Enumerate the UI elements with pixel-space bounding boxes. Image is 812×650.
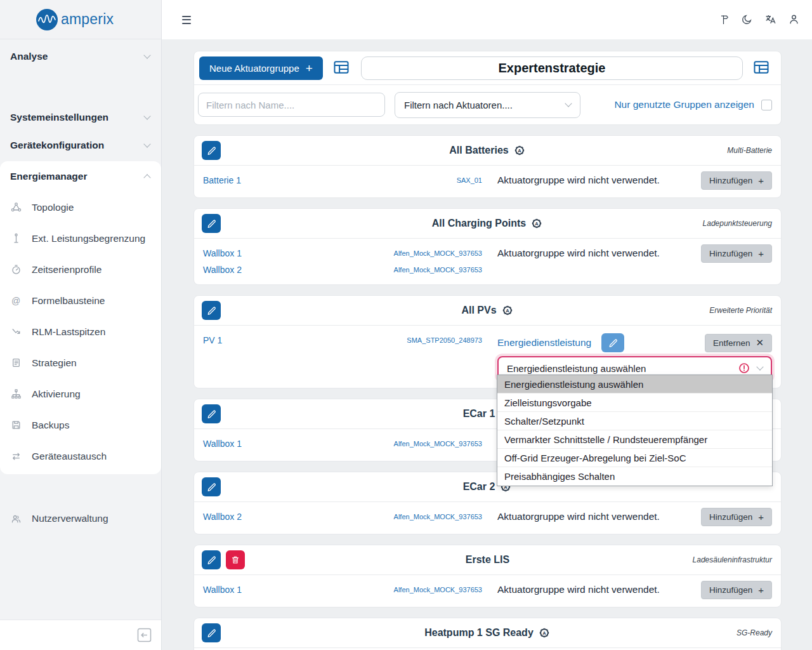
add-button[interactable]: Hinzufügen+ (701, 581, 772, 599)
edit-group-button[interactable] (202, 214, 221, 233)
sidebar-footer (0, 620, 161, 650)
group-type-label: Ladepunktsteuerung (703, 209, 772, 238)
sidebar-item-ext-leistungsbegrenzung[interactable]: Ext. Leistungsbegrenzung (0, 223, 161, 254)
edit-group-button[interactable] (202, 623, 221, 642)
actuator-names: Wallbox 1Wallbox 2 (203, 246, 311, 277)
actuator-link[interactable]: Wallbox 1 (203, 437, 311, 451)
timeseries-icon (10, 264, 22, 275)
sidebar-item-formelbausteine[interactable]: @Formelbausteine (0, 285, 161, 316)
plus-icon: + (758, 512, 764, 522)
remove-service-button[interactable]: Entfernen✕ (705, 334, 772, 352)
add-button[interactable]: Hinzufügen+ (701, 244, 772, 263)
sidebar-item-ger-teaustausch[interactable]: Geräteaustausch (0, 441, 161, 472)
only-used-checkbox[interactable] (761, 100, 772, 110)
strategy-list-view-icon[interactable] (752, 58, 772, 78)
name-filter-input[interactable] (198, 93, 385, 117)
group-list-view-icon[interactable] (332, 58, 352, 78)
actuator-group-card: All Charging PointsALadepunktsteuerungWa… (193, 208, 782, 285)
topbar (162, 0, 812, 39)
group-title: Heatpump 1 SG ReadyA (194, 618, 781, 647)
group-body: Wallbox 1Alfen_Mock_MOCK_937653Aktuatorg… (194, 575, 781, 607)
sidebar-section-energiemanager[interactable]: Energiemanager (0, 161, 161, 192)
chevron-down-icon (143, 51, 150, 58)
backup-icon (10, 420, 22, 431)
plus-icon: + (758, 585, 764, 595)
group-header: All BatteriesAMulti-Batterie (194, 136, 781, 166)
dropdown-option[interactable]: Zielleistungsvorgabe (497, 394, 772, 412)
user-icon[interactable] (787, 12, 802, 27)
add-button[interactable]: Hinzufügen+ (701, 171, 772, 190)
actuator-link[interactable]: PV 1 (203, 333, 311, 347)
strategy-title-field[interactable]: Expertenstrategie (361, 56, 743, 80)
actuator-names: Wallbox 1 (203, 583, 311, 597)
sidebar-item-backups[interactable]: Backups (0, 409, 161, 441)
topbar-icons (716, 12, 802, 27)
device-ids: SMA_STP2050_248973 (326, 333, 482, 347)
chevron-down-icon (565, 100, 572, 107)
edit-group-button[interactable] (202, 404, 221, 423)
chevron-down-icon (143, 140, 150, 147)
amperix-logo-icon (36, 8, 58, 31)
device-id: Alfen_Mock_MOCK_937653 (394, 510, 482, 524)
actuator-link[interactable]: Wallbox 1 (203, 583, 311, 597)
add-button[interactable]: Hinzufügen+ (701, 508, 772, 526)
edit-group-button[interactable] (202, 550, 221, 569)
actuator-names: Wallbox 2 (203, 510, 311, 524)
signpost-icon[interactable] (716, 12, 731, 27)
sidebar: amperix AnalyseSystemeinstellungenGeräte… (0, 0, 162, 650)
edit-group-button[interactable] (202, 477, 221, 496)
dropdown-option[interactable]: Vermarkter Schnittstelle / Rundsteueremp… (497, 430, 772, 449)
only-used-label: Nur genutzte Gruppen anzeigen (614, 99, 754, 110)
sidebar-section-analyse[interactable]: Analyse (0, 44, 161, 69)
edit-service-button[interactable] (601, 333, 624, 352)
group-header: All Charging PointsALadepunktsteuerung (194, 209, 781, 239)
sidebar-item-rlm-lastspitzen[interactable]: RLM-Lastspitzen (0, 316, 161, 347)
dropdown-option[interactable]: Off-Grid Erzeuger-Abregelung bei Ziel-So… (497, 449, 772, 467)
chevron-up-icon (143, 174, 150, 181)
actuator-names: PV 1 (203, 333, 311, 347)
device-id: SAX_01 (457, 173, 482, 187)
dark-mode-icon[interactable] (740, 12, 755, 27)
service-link[interactable]: Energiedienstleistung (497, 337, 591, 348)
language-icon[interactable] (763, 12, 778, 27)
actuator-link[interactable]: Wallbox 2 (203, 510, 311, 524)
group-title: All BatteriesA (194, 136, 781, 165)
dropdown-option[interactable]: Preisabhängiges Schalten (497, 467, 772, 486)
dropdown-option[interactable]: Energiedienstleistung auswählen (497, 375, 772, 394)
brand-logo[interactable]: amperix (0, 0, 161, 39)
new-actuator-group-button[interactable]: Neue Aktuatorgruppe+ (199, 56, 323, 80)
svg-text:A: A (535, 221, 539, 227)
sidebar-item-strategien[interactable]: Strategien (0, 347, 161, 378)
device-id: Alfen_Mock_MOCK_937653 (394, 583, 482, 597)
device-ids: SAX_01 (326, 173, 482, 187)
sidebar-item-zeitserienprofile[interactable]: Zeitserienprofile (0, 254, 161, 285)
strategy-icon (10, 357, 22, 369)
actuator-link[interactable]: Wallbox 1 (203, 246, 311, 260)
sidebar-item-topologie[interactable]: Topologie (0, 192, 161, 223)
edit-group-button[interactable] (202, 301, 221, 320)
load-peak-icon (10, 326, 22, 338)
sidebar-collapse-button[interactable] (136, 627, 152, 643)
hamburger-menu-icon[interactable] (180, 13, 193, 27)
only-used-groups-toggle[interactable]: Nur genutzte Gruppen anzeigen (614, 99, 772, 110)
filter-bar: Filtern nach Aktuatoren.... Nur genutzte… (194, 85, 781, 124)
sidebar-section-systemeinstellungen[interactable]: Systemeinstellungen (0, 105, 161, 129)
users-icon (10, 513, 22, 524)
actuator-names: Wallbox 1 (203, 437, 311, 451)
sidebar-item-nutzerverwaltung[interactable]: Nutzerverwaltung (0, 503, 161, 534)
actuator-link[interactable]: Wallbox 2 (203, 263, 311, 277)
actuator-link[interactable]: Batterie 1 (203, 173, 311, 187)
dropdown-option[interactable]: Schalter/Setzpunkt (497, 412, 772, 430)
device-ids: Alfen_Mock_MOCK_937653 (326, 437, 482, 451)
sidebar-section-geraetekonfiguration[interactable]: Gerätekonfiguration (0, 133, 161, 157)
group-status: Aktuatorgruppe wird nicht verwendet. (497, 510, 686, 524)
delete-group-button[interactable] (226, 550, 245, 569)
edit-group-button[interactable] (202, 141, 221, 160)
actuator-filter-select[interactable]: Filtern nach Aktuatoren.... (395, 92, 580, 118)
group-header: Erste LISLadesäuleninfrastruktur (194, 545, 781, 575)
chevron-down-icon (143, 112, 150, 119)
sidebar-item-aktivierung[interactable]: Aktivierung (0, 378, 161, 409)
auto-gear-badge-icon: A (513, 144, 526, 157)
device-id: Alfen_Mock_MOCK_937653 (394, 263, 482, 277)
group-body: Batterie 1SAX_01Aktuatorgruppe wird nich… (194, 166, 781, 197)
